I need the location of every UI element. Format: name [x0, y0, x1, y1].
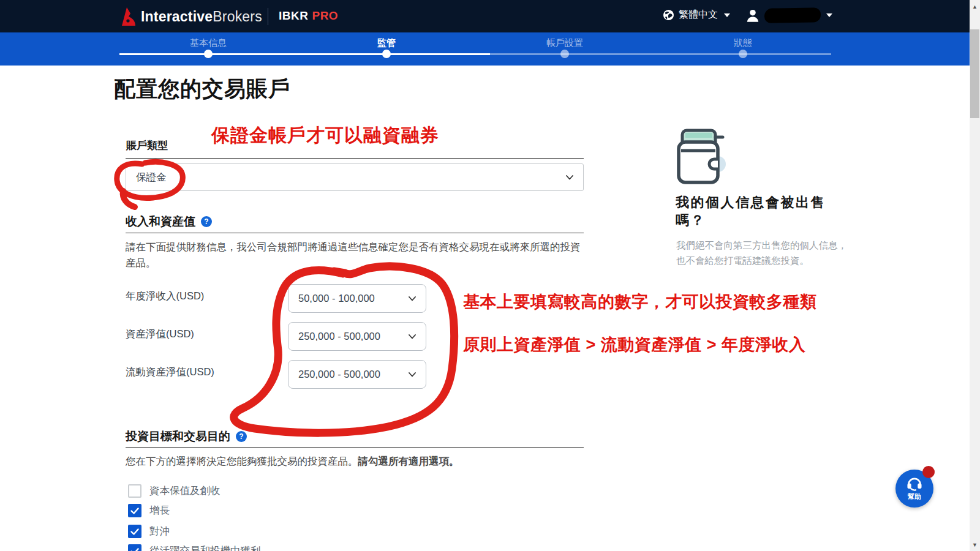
liquid-net-worth-label: 流動資産淨值(USD) — [126, 365, 214, 379]
notification-badge — [922, 466, 935, 478]
checkbox-label: 對沖 — [149, 525, 170, 538]
net-worth-label: 資産淨值(USD) — [126, 328, 194, 341]
globe-icon — [663, 9, 674, 21]
option-hedging[interactable]: 對沖 — [128, 525, 170, 538]
scroll-up-icon[interactable]: ▲ — [970, 1, 980, 12]
headset-icon — [905, 476, 924, 492]
user-icon — [745, 7, 761, 23]
chevron-down-icon — [409, 372, 416, 377]
language-caret-icon — [724, 13, 730, 17]
help-question-icon[interactable]: ? — [201, 216, 212, 227]
checkbox-label: 從活躍交易和投機中獲利 — [149, 544, 261, 551]
option-growth[interactable]: 增長 — [128, 504, 170, 517]
checkbox-checked[interactable] — [128, 544, 141, 551]
progress-line-done — [119, 53, 490, 55]
annual-income-label: 年度淨收入(USD) — [126, 290, 204, 303]
liquid-net-worth-value: 250,000 - 500,000 — [298, 369, 380, 380]
ib-flame-icon — [121, 7, 136, 26]
account-type-value: 保證金 — [136, 171, 167, 184]
step-basic-info[interactable]: 基本信息 — [190, 37, 227, 49]
redacted-username — [764, 7, 821, 23]
chevron-down-icon — [409, 296, 416, 301]
objectives-heading: 投資目標和交易目的 ? — [126, 429, 247, 444]
step-dot-regulatory[interactable] — [382, 50, 391, 58]
progress-line-todo — [490, 53, 831, 55]
objectives-description: 您在下方的選擇將決定您能夠獲批交易的投資産品。請勾選所有適用選項。 — [126, 453, 591, 469]
pro-label: PRO — [312, 9, 338, 22]
top-header: InteractiveBrokers IBKRPRO 繁體中文 — [0, 0, 980, 32]
objectives-heading-text: 投資目標和交易目的 — [126, 429, 230, 444]
checkbox-checked[interactable] — [128, 504, 141, 517]
account-type-divider — [126, 158, 584, 159]
brand-wordmark: InteractiveBrokers — [141, 9, 262, 25]
income-assets-heading-text: 收入和資産值 — [126, 214, 195, 230]
ibkr-registration-page: InteractiveBrokers IBKRPRO 繁體中文 基本信息 監管 … — [0, 0, 980, 551]
checkbox-label: 增長 — [149, 504, 170, 517]
interactive-brokers-logo[interactable]: InteractiveBrokers — [121, 7, 262, 26]
account-type-label: 賬戶類型 — [126, 138, 168, 152]
help-question-icon[interactable]: ? — [236, 431, 247, 442]
page-title: 配置您的交易賬戶 — [114, 75, 290, 103]
help-button-label: 幫助 — [908, 492, 921, 501]
annotation-margin-account-note: 保證金帳戶才可以融資融券 — [211, 123, 439, 148]
brand-regular: Brokers — [213, 9, 262, 24]
step-status[interactable]: 狀態 — [734, 37, 752, 49]
step-dot-basic-info[interactable] — [204, 50, 213, 58]
annual-income-select[interactable]: 50,000 - 100,000 — [288, 284, 426, 313]
user-menu[interactable] — [745, 7, 832, 23]
scroll-down-icon[interactable]: ▼ — [970, 539, 980, 550]
objectives-description-normal: 您在下方的選擇將決定您能夠獲批交易的投資産品。 — [126, 455, 358, 467]
step-dot-status[interactable] — [739, 50, 747, 58]
liquid-net-worth-select[interactable]: 250,000 - 500,000 — [288, 360, 426, 389]
objectives-divider — [126, 447, 584, 448]
language-label: 繁體中文 — [679, 9, 718, 21]
annotation-higher-numbers-note: 基本上要填寫較高的數字，才可以投資較多種類 — [463, 291, 817, 313]
step-account-config[interactable]: 帳戶設置 — [546, 37, 583, 49]
privacy-panel-body: 我們絕不會向第三方出售您的個人信息， 也不會給您打電話建議您投資。 — [676, 238, 847, 268]
option-active-trading-profit[interactable]: 從活躍交易和投機中獲利 — [128, 544, 261, 551]
income-assets-heading: 收入和資産值 ? — [126, 214, 212, 230]
objectives-description-bold: 請勾選所有適用選項。 — [358, 455, 459, 467]
income-assets-divider — [126, 233, 584, 233]
net-worth-value: 250,000 - 500,000 — [298, 331, 380, 342]
step-regulatory[interactable]: 監管 — [377, 37, 396, 49]
checkbox-label: 資本保值及創收 — [149, 484, 221, 498]
wallet-icon — [674, 127, 728, 186]
annotation-ordering-note: 原則上資產淨值 > 流動資產淨值 > 年度淨收入 — [463, 334, 806, 356]
net-worth-select[interactable]: 250,000 - 500,000 — [288, 322, 426, 351]
progress-stepper: 基本信息 監管 帳戶設置 狀態 — [0, 32, 970, 66]
user-caret-icon — [826, 13, 832, 17]
chevron-down-icon — [409, 334, 416, 339]
step-dot-account-config[interactable] — [560, 50, 569, 58]
option-capital-preservation[interactable]: 資本保值及創收 — [128, 484, 221, 498]
language-selector[interactable]: 繁體中文 — [663, 9, 730, 21]
ibkr-label: IBKR — [279, 9, 308, 22]
privacy-panel-heading: 我的個人信息會被出售 嗎？ — [676, 193, 859, 229]
header-divider — [268, 8, 268, 25]
annual-income-value: 50,000 - 100,000 — [298, 293, 375, 304]
vertical-scrollbar[interactable]: ▲ ▼ — [970, 0, 980, 551]
account-type-select[interactable]: 保證金 — [126, 163, 584, 191]
scrollbar-thumb[interactable] — [970, 29, 979, 118]
income-assets-description: 請在下面提供財務信息，我公司合規部門將通過這些信息確定您是否有資格交易現在或將來… — [126, 239, 589, 271]
checkbox-unchecked[interactable] — [128, 484, 141, 498]
brand-bold: Interactive — [141, 9, 213, 24]
ibkr-pro-label: IBKRPRO — [279, 9, 338, 23]
checkbox-checked[interactable] — [128, 525, 141, 538]
chevron-down-icon — [566, 175, 573, 180]
